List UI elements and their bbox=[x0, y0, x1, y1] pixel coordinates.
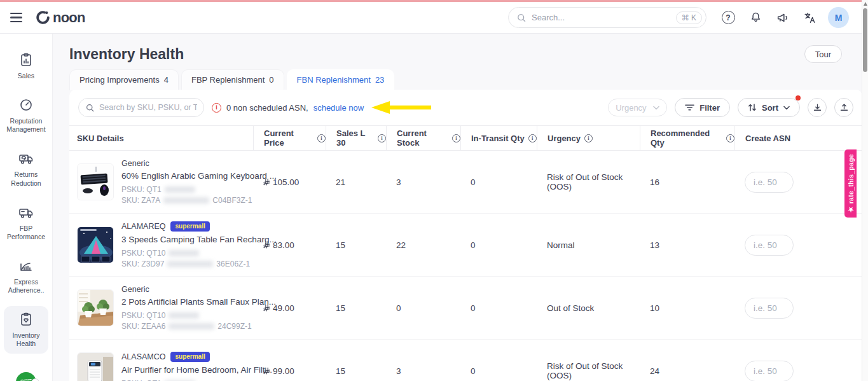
upload-button[interactable] bbox=[834, 98, 853, 117]
create-asn-input[interactable] bbox=[745, 235, 794, 256]
sidebar-item-express-adherence[interactable]: Express Adherence.. bbox=[4, 253, 48, 300]
sidebar-item-fbp-performance[interactable]: FBP Performance bbox=[4, 199, 48, 247]
download-button[interactable] bbox=[808, 98, 827, 117]
sidebar-item-label: Returns Reduction bbox=[5, 170, 47, 187]
keyboard-shortcut-hint: ⌘ K bbox=[676, 11, 702, 24]
info-icon[interactable] bbox=[528, 134, 537, 142]
scrollbar-up-arrow[interactable] bbox=[864, 2, 867, 6]
megaphone-icon bbox=[776, 11, 790, 25]
search-icon bbox=[85, 103, 95, 113]
column-current-price: Current Price bbox=[253, 126, 326, 150]
sidebar-item-label: FBP Performance bbox=[5, 225, 47, 241]
noon-logo-text: noon bbox=[53, 10, 85, 26]
clipboard-heart-icon bbox=[18, 312, 34, 327]
sidebar-item-label: Express Adherence.. bbox=[5, 278, 47, 294]
supermall-badge: supermall bbox=[170, 221, 209, 232]
info-icon[interactable] bbox=[726, 134, 734, 142]
create-asn-input[interactable] bbox=[745, 361, 794, 381]
sidebar-item-label: Inventory Health bbox=[5, 331, 47, 348]
tab-fbp-replenishment[interactable]: FBP Replenishment0 bbox=[181, 69, 284, 90]
country-selector[interactable]: › bbox=[16, 372, 36, 381]
rate-this-page-tab[interactable]: ★ rate_this_page bbox=[844, 149, 857, 218]
upload-icon bbox=[839, 103, 849, 113]
noon-logo-icon bbox=[35, 10, 51, 25]
content-card: 0 non scheduled ASN, schedule now Urgenc… bbox=[69, 90, 862, 381]
current-stock: 3 bbox=[386, 177, 460, 187]
schedule-now-link[interactable]: schedule now bbox=[313, 103, 364, 113]
clipboard-chart-icon bbox=[18, 52, 34, 67]
global-search-input[interactable] bbox=[532, 13, 671, 22]
current-stock: 0 bbox=[386, 303, 460, 313]
urgency-value: Risk of Out of Stock (OOS) bbox=[537, 172, 640, 191]
filter-button[interactable]: Filter bbox=[675, 98, 730, 117]
chevron-down-icon bbox=[653, 106, 659, 110]
current-price: 105.00 bbox=[253, 177, 326, 187]
scrollbar-thumb[interactable] bbox=[863, 8, 867, 72]
current-stock: 22 bbox=[386, 240, 460, 250]
current-price: 99.00 bbox=[253, 366, 326, 376]
sidebar-item-returns-reduction[interactable]: Returns Reduction bbox=[4, 145, 48, 193]
tab-pricing-improvements[interactable]: Pricing Improvements4 bbox=[69, 69, 179, 90]
in-transit-qty: 0 bbox=[460, 177, 537, 187]
page-title: Inventory Health bbox=[69, 46, 184, 63]
table-toolbar: 0 non scheduled ASN, schedule now Urgenc… bbox=[69, 90, 862, 125]
redacted-text bbox=[169, 312, 199, 319]
download-icon bbox=[813, 103, 822, 113]
table-header: SKU Details Current Price Sales L 30 Cur… bbox=[69, 125, 862, 151]
help-button[interactable] bbox=[720, 10, 736, 25]
scrollbar[interactable] bbox=[862, 0, 868, 381]
info-icon[interactable] bbox=[378, 134, 386, 142]
redacted-text bbox=[167, 261, 213, 267]
sidebar-item-reputation-management[interactable]: Reputation Management bbox=[4, 92, 48, 139]
info-icon[interactable] bbox=[452, 134, 460, 142]
table-row: Generic 60% English Arabic Gaming Keyboa… bbox=[69, 151, 862, 214]
noon-logo[interactable]: noon bbox=[35, 10, 85, 26]
top-accent-strip bbox=[0, 0, 868, 2]
user-avatar[interactable]: M bbox=[828, 7, 849, 28]
language-button[interactable] bbox=[803, 10, 818, 25]
create-asn-input[interactable] bbox=[745, 298, 794, 319]
tour-button[interactable]: Tour bbox=[804, 45, 842, 63]
product-image-gaming-keyboard bbox=[77, 163, 114, 200]
product-psku: PSKU: QT10 bbox=[121, 249, 277, 258]
sku-search-input[interactable] bbox=[99, 103, 197, 112]
product-title[interactable]: Air Purifier for Home Bedroom, Air Filt.… bbox=[121, 365, 272, 375]
table-row: ALASAMCO supermall Air Purifier for Home… bbox=[69, 340, 862, 381]
brand-name: ALASAMCO bbox=[121, 352, 165, 361]
recommended-qty: 10 bbox=[640, 303, 734, 313]
sku-search[interactable] bbox=[78, 98, 204, 117]
create-asn-input[interactable] bbox=[745, 172, 794, 193]
current-price: 49.00 bbox=[253, 303, 326, 313]
product-sku: SKU: ZEAA624C99Z-1 bbox=[121, 322, 276, 331]
global-search[interactable]: ⌘ K bbox=[508, 7, 706, 28]
question-icon bbox=[722, 11, 735, 24]
announcements-button[interactable] bbox=[775, 10, 790, 25]
urgency-dropdown[interactable]: Urgency bbox=[608, 99, 667, 116]
column-in-transit-qty: In-Transit Qty bbox=[460, 126, 537, 150]
return-truck-icon bbox=[18, 151, 34, 166]
search-icon bbox=[516, 13, 527, 23]
sar-currency-icon bbox=[263, 304, 270, 312]
topbar: noon ⌘ K M bbox=[0, 2, 868, 34]
sidebar-item-sales[interactable]: Sales bbox=[4, 46, 48, 86]
info-icon[interactable] bbox=[584, 134, 593, 142]
sales-l30: 15 bbox=[326, 303, 386, 313]
area-chart-icon bbox=[18, 258, 34, 274]
tab-fbn-replenishment[interactable]: FBN Replenishment23 bbox=[287, 69, 395, 90]
current-price: 83.00 bbox=[253, 240, 326, 250]
sidebar-item-label: Reputation Management bbox=[5, 117, 47, 134]
sar-currency-icon bbox=[263, 178, 270, 186]
in-transit-qty: 0 bbox=[460, 366, 537, 376]
asn-notice: 0 non scheduled ASN, schedule now bbox=[212, 103, 364, 113]
brand-name: Generic bbox=[121, 285, 149, 294]
column-current-stock: Current Stock bbox=[386, 126, 460, 150]
column-recommended-qty: Recommended Qty bbox=[640, 126, 734, 150]
asn-notice-text: 0 non scheduled ASN, bbox=[226, 103, 308, 113]
sales-l30: 15 bbox=[326, 240, 386, 250]
notifications-button[interactable] bbox=[748, 10, 763, 25]
info-icon[interactable] bbox=[317, 134, 326, 142]
sort-button[interactable]: Sort bbox=[738, 98, 800, 117]
product-image-air-purifier bbox=[77, 352, 114, 381]
sidebar-item-inventory-health[interactable]: Inventory Health bbox=[4, 306, 48, 354]
hamburger-menu-icon[interactable] bbox=[10, 13, 22, 22]
